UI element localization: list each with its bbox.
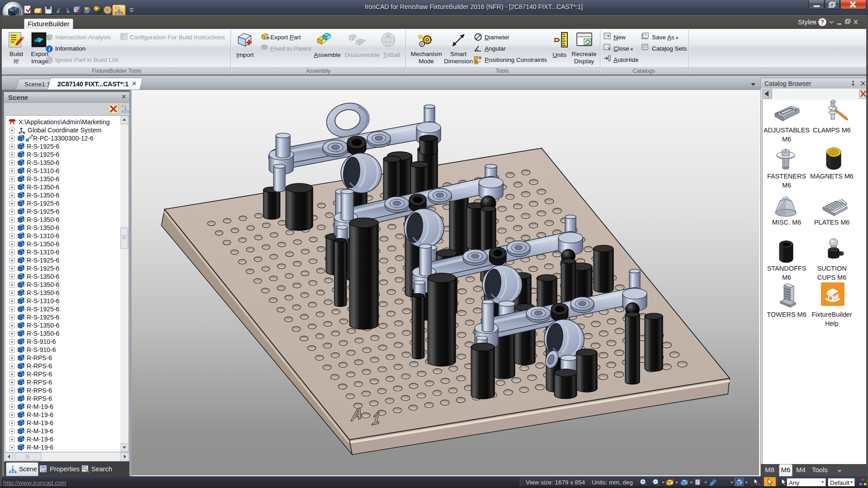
svg-text:R-S-1350-6: R-S-1350-6 — [27, 322, 60, 329]
svg-text:R-S-1925-6: R-S-1925-6 — [27, 305, 60, 313]
svg-text:R-M-19-6: R-M-19-6 — [27, 403, 53, 410]
svg-text:R-S-1350-6: R-S-1350-6 — [27, 273, 60, 280]
svg-text:R-S-1350-6: R-S-1350-6 — [27, 216, 60, 223]
svg-text:R-RPS-6: R-RPS-6 — [27, 379, 52, 386]
svg-text:R-S-1310-6: R-S-1310-6 — [27, 249, 60, 256]
svg-text:R-M-19-6: R-M-19-6 — [27, 411, 53, 418]
svg-text:R-S-1925-6: R-S-1925-6 — [27, 314, 60, 321]
svg-text:R-S-1925-6: R-S-1925-6 — [27, 265, 60, 272]
svg-text:R-S-1925-6: R-S-1925-6 — [27, 143, 60, 150]
svg-text:R-S-1350-6: R-S-1350-6 — [27, 330, 60, 337]
svg-text:R-S-910-6: R-S-910-6 — [27, 338, 56, 345]
svg-text:R-M-19-6: R-M-19-6 — [27, 444, 53, 451]
svg-text:R-S-1310-6: R-S-1310-6 — [27, 167, 60, 174]
svg-text:R-RPS-6: R-RPS-6 — [27, 395, 52, 402]
svg-text:R-S-1310-6: R-S-1310-6 — [27, 297, 60, 305]
svg-text:R-S-1925-6: R-S-1925-6 — [27, 257, 60, 264]
svg-text:R-S-910-6: R-S-910-6 — [27, 346, 56, 353]
svg-text:R-M-19-6: R-M-19-6 — [27, 419, 53, 427]
svg-text:Global Coordinate System: Global Coordinate System — [28, 127, 101, 134]
svg-text:R-PC-13300300-12-6: R-PC-13300300-12-6 — [33, 135, 94, 142]
svg-text:R-S-1350-6: R-S-1350-6 — [27, 281, 60, 288]
svg-text:?: ? — [821, 19, 825, 26]
svg-text:R-M-19-6: R-M-19-6 — [27, 427, 53, 435]
svg-text:R-RPS-6: R-RPS-6 — [27, 354, 52, 361]
svg-text:R-S-1350-6: R-S-1350-6 — [27, 192, 60, 199]
svg-text:R-S-1310-6: R-S-1310-6 — [27, 232, 60, 239]
svg-text:R-RPS-6: R-RPS-6 — [27, 371, 52, 378]
svg-text:R-RPS-6: R-RPS-6 — [27, 387, 52, 394]
svg-text:R-S-1350-6: R-S-1350-6 — [27, 224, 60, 231]
svg-text:R-S-1350-6: R-S-1350-6 — [27, 175, 60, 183]
svg-text:R-S-1925-6: R-S-1925-6 — [27, 208, 60, 215]
svg-text:R-RPS-6: R-RPS-6 — [27, 362, 52, 370]
svg-text:R-S-1350-6: R-S-1350-6 — [27, 240, 60, 248]
svg-text:R-S-1350-6: R-S-1350-6 — [27, 159, 60, 166]
svg-text:R-M-19-6: R-M-19-6 — [27, 436, 53, 443]
svg-text:R-S-1350-6: R-S-1350-6 — [27, 289, 60, 296]
svg-text:Styles: Styles — [798, 18, 816, 26]
svg-text:R-S-1925-6: R-S-1925-6 — [27, 200, 60, 207]
svg-text:R-S-1925-6: R-S-1925-6 — [27, 151, 60, 158]
svg-text:X:\Applications\Admin\Marketin: X:\Applications\Admin\Marketing — [19, 118, 110, 126]
svg-text:R-S-1350-6: R-S-1350-6 — [27, 183, 60, 191]
